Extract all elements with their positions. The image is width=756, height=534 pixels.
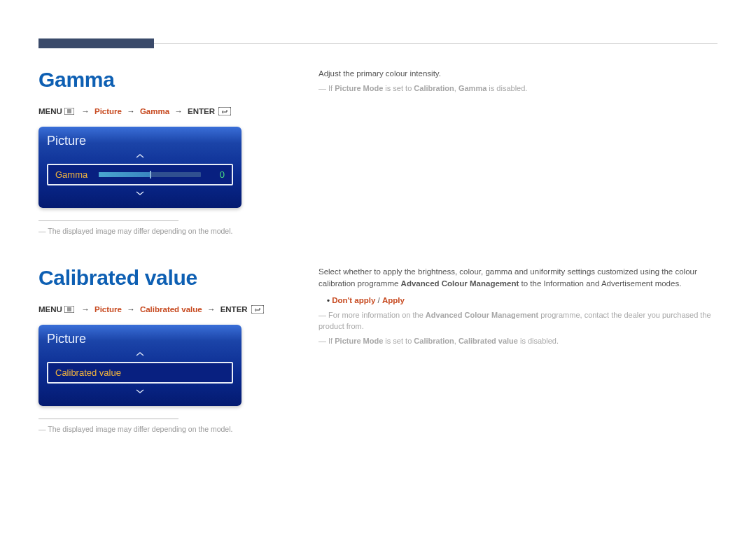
top-rule	[38, 38, 718, 48]
osd-title: Picture	[47, 134, 233, 148]
breadcrumb-calibrated: MENU → Picture → Calibrated value → ENTE…	[38, 305, 276, 315]
gamma-slider[interactable]	[99, 172, 201, 177]
osd-calibrated: Picture Calibrated value	[38, 325, 241, 406]
menu-icon	[64, 306, 74, 313]
osd-label: Gamma	[55, 169, 88, 180]
options-calibrated: Don't apply / Apply	[327, 295, 718, 307]
heading-gamma: Gamma	[38, 68, 276, 92]
heading-calibrated: Calibrated value	[38, 266, 276, 290]
enter-icon	[218, 107, 231, 115]
description-calibrated: Select whether to apply the brightness, …	[318, 266, 718, 433]
osd-row-gamma[interactable]: Gamma 0	[47, 164, 233, 185]
note-calibrated-disabled: If Picture Mode is set to Calibration, C…	[318, 335, 718, 347]
menu-icon	[64, 108, 74, 115]
chevron-up-icon[interactable]	[47, 151, 233, 161]
footnote: The displayed image may differ depending…	[38, 425, 276, 433]
section-gamma: Gamma MENU → Picture → Gamma → ENTER Pic…	[38, 68, 718, 235]
gamma-value: 0	[212, 169, 225, 180]
note-gamma-disabled: If Picture Mode is set to Calibration, G…	[318, 83, 718, 94]
footnote: The displayed image may differ depending…	[38, 227, 276, 235]
osd-row-calibrated[interactable]: Calibrated value	[47, 362, 233, 384]
manual-page: Gamma MENU → Picture → Gamma → ENTER Pic…	[0, 0, 756, 461]
section-calibrated: Calibrated value MENU → Picture → Calibr…	[38, 266, 718, 433]
svg-rect-4	[218, 107, 231, 115]
osd-gamma: Picture Gamma 0	[38, 127, 241, 208]
note-acm-info: For more information on the Advanced Col…	[318, 309, 718, 332]
osd-title: Picture	[47, 332, 233, 346]
osd-label: Calibrated value	[55, 367, 121, 378]
description-gamma: Adjust the primary colour intensity. If …	[318, 68, 718, 235]
enter-icon	[251, 305, 264, 314]
chevron-up-icon[interactable]	[47, 349, 233, 359]
chevron-down-icon[interactable]	[47, 188, 233, 198]
chevron-down-icon[interactable]	[47, 386, 233, 396]
breadcrumb-gamma: MENU → Picture → Gamma → ENTER	[38, 107, 276, 117]
svg-rect-9	[251, 305, 264, 314]
